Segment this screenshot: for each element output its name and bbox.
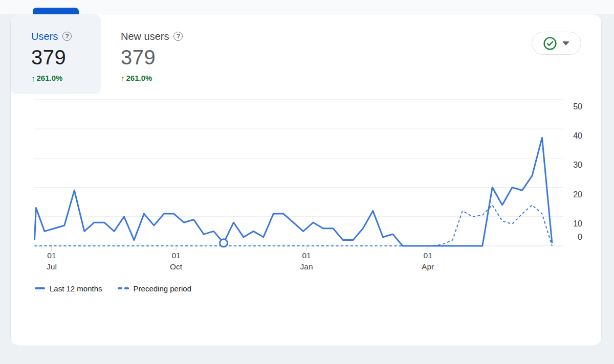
new-users-delta-percent: 261.0% bbox=[126, 74, 152, 82]
x-axis-tick-label: 01 bbox=[171, 251, 180, 260]
chart-legend: Last 12 months Preceding period bbox=[35, 282, 191, 294]
x-axis-tick-label: 01 bbox=[47, 251, 56, 260]
data-quality-button[interactable] bbox=[532, 32, 581, 55]
solid-line-swatch-icon bbox=[35, 287, 45, 289]
legend-item-last-12-months: Last 12 months bbox=[35, 284, 102, 293]
dashed-line-swatch-icon bbox=[118, 287, 129, 289]
legend-label: Preceding period bbox=[134, 284, 191, 293]
x-axis-tick-label: 01 bbox=[424, 251, 432, 260]
y-axis-tick-label: 40 bbox=[573, 131, 582, 140]
active-tab-indicator bbox=[33, 8, 79, 15]
y-axis-tick-label: 20 bbox=[573, 190, 582, 199]
legend-item-preceding-period: Preceding period bbox=[118, 284, 191, 293]
x-axis-tick-label: Jul bbox=[47, 262, 57, 271]
x-axis-tick-label: Jan bbox=[300, 262, 313, 271]
y-axis-tick-label: 0 bbox=[578, 233, 582, 241]
help-icon[interactable]: ? bbox=[62, 32, 72, 41]
y-axis-tick-label: 30 bbox=[573, 161, 582, 169]
help-icon[interactable]: ? bbox=[173, 32, 183, 41]
x-axis-tick-label: Apr bbox=[422, 262, 434, 271]
y-axis-tick-label: 10 bbox=[573, 219, 582, 228]
new-users-metric-label: New users bbox=[121, 30, 169, 43]
users-overview-card: Users ? 379 ↑ 261.0% New users ? 379 ↑ 2… bbox=[10, 14, 602, 346]
new-users-metric-value: 379 bbox=[121, 46, 224, 69]
check-circle-icon bbox=[543, 37, 557, 50]
tab-users[interactable]: Users ? 379 ↑ 261.0% bbox=[11, 14, 101, 94]
users-metric-value: 379 bbox=[31, 46, 101, 69]
tab-new-users[interactable]: New users ? 379 ↑ 261.0% bbox=[111, 14, 224, 94]
series-line-dashed bbox=[35, 205, 552, 246]
caret-down-icon bbox=[562, 41, 569, 46]
x-axis-tick-label: Oct bbox=[170, 262, 183, 271]
legend-label: Last 12 months bbox=[50, 284, 102, 293]
page-background-strip bbox=[0, 0, 614, 14]
x-axis-tick-label: 01 bbox=[302, 251, 311, 260]
y-axis-tick-label: 50 bbox=[573, 102, 582, 111]
delta-up-arrow-icon: ↑ bbox=[121, 73, 125, 83]
users-metric-delta: ↑ 261.0% bbox=[31, 74, 101, 82]
data-point-marker bbox=[220, 239, 228, 247]
users-delta-percent: 261.0% bbox=[37, 74, 63, 82]
new-users-metric-delta: ↑ 261.0% bbox=[121, 74, 224, 82]
series-line-solid bbox=[35, 138, 552, 246]
users-trend-chart[interactable]: 0102030405001Jul01Oct01Jan01Apr bbox=[11, 94, 602, 283]
users-metric-label: Users bbox=[31, 30, 58, 43]
delta-up-arrow-icon: ↑ bbox=[31, 73, 35, 83]
